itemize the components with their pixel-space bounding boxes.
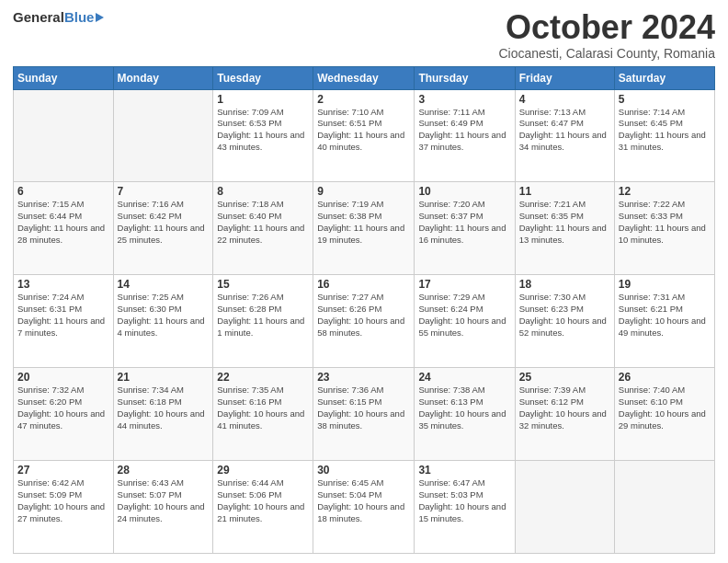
day-info: Sunrise: 7:25 AM Sunset: 6:30 PM Dayligh… (118, 292, 210, 339)
calendar-cell: 15Sunrise: 7:26 AM Sunset: 6:28 PM Dayli… (213, 275, 313, 368)
weekday-header-row: SundayMondayTuesdayWednesdayThursdayFrid… (14, 66, 715, 89)
day-info: Sunrise: 7:35 AM Sunset: 6:16 PM Dayligh… (217, 385, 309, 431)
weekday-header-thursday: Thursday (415, 66, 515, 89)
day-info: Sunrise: 7:14 AM Sunset: 6:45 PM Dayligh… (619, 107, 711, 154)
weekday-header-saturday: Saturday (614, 66, 714, 89)
calendar-cell: 26Sunrise: 7:40 AM Sunset: 6:10 PM Dayli… (614, 368, 714, 461)
calendar-cell: 29Sunrise: 6:44 AM Sunset: 5:06 PM Dayli… (213, 461, 313, 554)
day-number: 19 (619, 278, 711, 291)
day-info: Sunrise: 7:32 AM Sunset: 6:20 PM Dayligh… (17, 385, 109, 431)
calendar-cell: 30Sunrise: 6:45 AM Sunset: 5:04 PM Dayli… (313, 461, 415, 554)
day-number: 7 (118, 185, 210, 198)
day-info: Sunrise: 6:44 AM Sunset: 5:06 PM Dayligh… (217, 477, 309, 524)
day-info: Sunrise: 7:40 AM Sunset: 6:10 PM Dayligh… (619, 385, 711, 431)
calendar-cell: 4Sunrise: 7:13 AM Sunset: 6:47 PM Daylig… (515, 89, 614, 182)
calendar-page: General Blue October 2024 Ciocanesti, Ca… (0, 0, 728, 563)
calendar-cell: 5Sunrise: 7:14 AM Sunset: 6:45 PM Daylig… (614, 89, 714, 182)
logo-general-text: General (13, 9, 64, 25)
day-info: Sunrise: 7:39 AM Sunset: 6:12 PM Dayligh… (519, 385, 610, 431)
calendar-cell: 14Sunrise: 7:25 AM Sunset: 6:30 PM Dayli… (113, 275, 213, 368)
day-info: Sunrise: 7:29 AM Sunset: 6:24 PM Dayligh… (418, 292, 510, 339)
calendar-cell: 12Sunrise: 7:22 AM Sunset: 6:33 PM Dayli… (614, 182, 714, 275)
calendar-cell (614, 461, 714, 554)
day-number: 17 (418, 278, 510, 291)
calendar-cell (14, 89, 114, 182)
day-number: 11 (519, 185, 610, 198)
day-info: Sunrise: 7:10 AM Sunset: 6:51 PM Dayligh… (317, 107, 410, 154)
location: Ciocanesti, Calarasi County, Romania (498, 46, 715, 61)
day-number: 25 (519, 371, 610, 384)
day-number: 4 (519, 93, 610, 106)
day-number: 31 (418, 464, 510, 477)
day-info: Sunrise: 7:22 AM Sunset: 6:33 PM Dayligh… (619, 199, 711, 246)
day-number: 22 (217, 371, 309, 384)
day-number: 21 (118, 371, 210, 384)
day-info: Sunrise: 6:43 AM Sunset: 5:07 PM Dayligh… (118, 477, 210, 524)
day-number: 2 (317, 93, 410, 106)
day-number: 28 (118, 464, 210, 477)
day-number: 10 (418, 185, 510, 198)
day-info: Sunrise: 7:26 AM Sunset: 6:28 PM Dayligh… (217, 292, 309, 339)
calendar-week-row: 13Sunrise: 7:24 AM Sunset: 6:31 PM Dayli… (14, 275, 715, 368)
day-number: 6 (17, 185, 109, 198)
calendar-cell: 31Sunrise: 6:47 AM Sunset: 5:03 PM Dayli… (415, 461, 515, 554)
calendar-week-row: 27Sunrise: 6:42 AM Sunset: 5:09 PM Dayli… (14, 461, 715, 554)
calendar-cell: 3Sunrise: 7:11 AM Sunset: 6:49 PM Daylig… (415, 89, 515, 182)
day-info: Sunrise: 7:11 AM Sunset: 6:49 PM Dayligh… (418, 107, 510, 154)
day-number: 26 (619, 371, 711, 384)
weekday-header-sunday: Sunday (14, 66, 114, 89)
calendar-cell: 19Sunrise: 7:31 AM Sunset: 6:21 PM Dayli… (614, 275, 714, 368)
day-info: Sunrise: 7:18 AM Sunset: 6:40 PM Dayligh… (217, 199, 309, 246)
day-info: Sunrise: 7:31 AM Sunset: 6:21 PM Dayligh… (619, 292, 711, 339)
day-info: Sunrise: 7:09 AM Sunset: 6:53 PM Dayligh… (217, 107, 309, 154)
calendar-cell: 27Sunrise: 6:42 AM Sunset: 5:09 PM Dayli… (14, 461, 114, 554)
logo: General Blue (13, 9, 104, 25)
calendar-cell: 9Sunrise: 7:19 AM Sunset: 6:38 PM Daylig… (313, 182, 415, 275)
logo-area: General Blue (13, 9, 104, 25)
calendar-cell (515, 461, 614, 554)
day-number: 20 (17, 371, 109, 384)
calendar-cell: 24Sunrise: 7:38 AM Sunset: 6:13 PM Dayli… (415, 368, 515, 461)
day-number: 9 (317, 185, 410, 198)
calendar-cell: 16Sunrise: 7:27 AM Sunset: 6:26 PM Dayli… (313, 275, 415, 368)
day-number: 13 (17, 278, 109, 291)
day-info: Sunrise: 6:47 AM Sunset: 5:03 PM Dayligh… (418, 477, 510, 524)
calendar-cell: 28Sunrise: 6:43 AM Sunset: 5:07 PM Dayli… (113, 461, 213, 554)
calendar-cell: 6Sunrise: 7:15 AM Sunset: 6:44 PM Daylig… (14, 182, 114, 275)
day-number: 30 (317, 464, 410, 477)
day-number: 27 (17, 464, 109, 477)
month-title: October 2024 (498, 9, 715, 46)
day-number: 16 (317, 278, 410, 291)
day-info: Sunrise: 7:19 AM Sunset: 6:38 PM Dayligh… (317, 199, 410, 246)
day-number: 15 (217, 278, 309, 291)
calendar-cell: 23Sunrise: 7:36 AM Sunset: 6:15 PM Dayli… (313, 368, 415, 461)
calendar-cell: 18Sunrise: 7:30 AM Sunset: 6:23 PM Dayli… (515, 275, 614, 368)
day-number: 14 (118, 278, 210, 291)
day-number: 24 (418, 371, 510, 384)
day-number: 5 (619, 93, 711, 106)
calendar-cell: 25Sunrise: 7:39 AM Sunset: 6:12 PM Dayli… (515, 368, 614, 461)
day-info: Sunrise: 7:27 AM Sunset: 6:26 PM Dayligh… (317, 292, 410, 339)
calendar-cell: 17Sunrise: 7:29 AM Sunset: 6:24 PM Dayli… (415, 275, 515, 368)
day-info: Sunrise: 7:15 AM Sunset: 6:44 PM Dayligh… (17, 199, 109, 246)
day-info: Sunrise: 7:36 AM Sunset: 6:15 PM Dayligh… (317, 385, 410, 431)
calendar-cell: 2Sunrise: 7:10 AM Sunset: 6:51 PM Daylig… (313, 89, 415, 182)
calendar-cell: 11Sunrise: 7:21 AM Sunset: 6:35 PM Dayli… (515, 182, 614, 275)
weekday-header-monday: Monday (113, 66, 213, 89)
calendar-cell (113, 89, 213, 182)
day-info: Sunrise: 7:13 AM Sunset: 6:47 PM Dayligh… (519, 107, 610, 154)
day-number: 1 (217, 93, 309, 106)
day-info: Sunrise: 7:30 AM Sunset: 6:23 PM Dayligh… (519, 292, 610, 339)
day-info: Sunrise: 6:42 AM Sunset: 5:09 PM Dayligh… (17, 477, 109, 524)
day-number: 12 (619, 185, 711, 198)
weekday-header-tuesday: Tuesday (213, 66, 313, 89)
day-number: 29 (217, 464, 309, 477)
calendar-cell: 13Sunrise: 7:24 AM Sunset: 6:31 PM Dayli… (14, 275, 114, 368)
day-info: Sunrise: 7:38 AM Sunset: 6:13 PM Dayligh… (418, 385, 510, 431)
day-info: Sunrise: 7:21 AM Sunset: 6:35 PM Dayligh… (519, 199, 610, 246)
logo-blue-text: Blue (64, 9, 95, 25)
day-info: Sunrise: 7:20 AM Sunset: 6:37 PM Dayligh… (418, 199, 510, 246)
day-info: Sunrise: 7:34 AM Sunset: 6:18 PM Dayligh… (118, 385, 210, 431)
day-number: 3 (418, 93, 510, 106)
day-number: 23 (317, 371, 410, 384)
